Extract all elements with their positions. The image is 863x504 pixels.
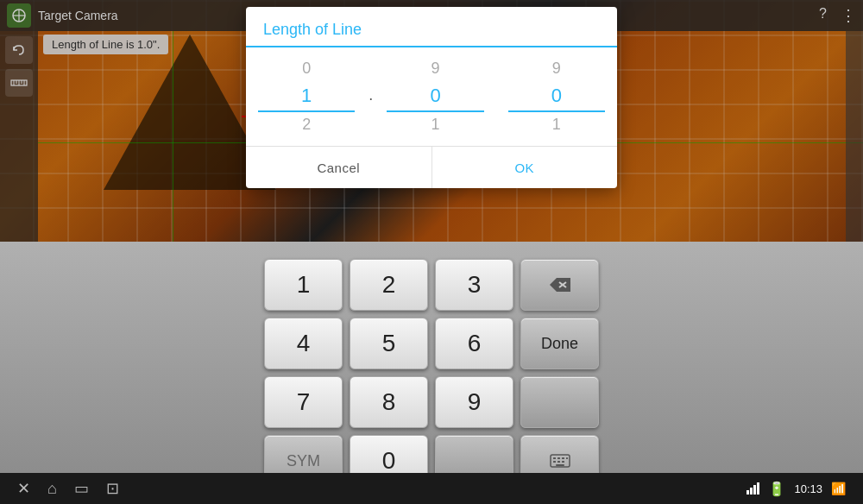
svg-rect-17 [553,461,556,463]
key-8[interactable]: 8 [350,376,428,428]
battery-icon: 🔋 [768,481,785,497]
keyboard-area: 123456Done789SYM0 [0,242,863,504]
key-empty-11 [520,376,599,428]
signal-strength [746,482,759,495]
picker-col-3: 9 0 1 [496,53,617,141]
cancel-button[interactable]: Cancel [246,147,432,188]
picker-col2-value[interactable]: 0 [387,81,483,112]
key-Done[interactable]: Done [520,318,599,369]
dialog-buttons: Cancel OK [246,147,617,188]
key-4[interactable]: 4 [264,318,343,369]
signal-bar-1 [746,490,749,495]
svg-rect-18 [557,461,560,463]
picker-col2-below[interactable]: 1 [375,112,495,137]
picker-col3-above[interactable]: 9 [496,56,617,81]
dialog-overlay: Length of Line 0 1 2 . 9 0 1 9 0 1 Cance… [0,0,863,242]
key-6[interactable]: 6 [435,318,513,369]
number-picker-row: 0 1 2 . 9 0 1 9 0 1 [246,47,617,146]
nav-right: 🔋 10:13 📶 [746,481,846,497]
key-3[interactable]: 3 [435,259,513,311]
length-of-line-dialog: Length of Line 0 1 2 . 9 0 1 9 0 1 Cance… [246,7,617,188]
key-5[interactable]: 5 [350,318,428,369]
picker-col1-below[interactable]: 2 [246,112,367,137]
picker-col2-above[interactable]: 9 [375,56,495,81]
svg-marker-9 [550,278,570,292]
svg-rect-19 [562,461,564,463]
key-7[interactable]: 7 [264,376,343,428]
key-1[interactable]: 1 [264,259,343,311]
key-⌫[interactable] [520,259,599,311]
time-display: 10:13 [794,482,822,495]
back-icon[interactable]: ✕ [17,479,30,498]
bottom-nav: ✕ ⌂ ▭ ⊡ 🔋 10:13 📶 [0,473,863,504]
screenshot-icon[interactable]: ⊡ [106,479,119,498]
svg-rect-20 [556,464,564,466]
picker-col3-value[interactable]: 0 [508,81,605,112]
picker-col-1: 0 1 2 [246,53,367,141]
key-9[interactable]: 9 [435,376,513,428]
recents-icon[interactable]: ▭ [74,479,89,498]
picker-col3-below[interactable]: 1 [496,112,617,137]
decimal-separator: . [367,86,375,104]
picker-col1-value[interactable]: 1 [258,81,355,112]
signal-bar-4 [757,482,759,495]
svg-rect-15 [562,457,564,459]
picker-col-2: 9 0 1 [375,53,495,141]
ok-button[interactable]: OK [432,147,618,188]
signal-bar-2 [750,488,753,495]
svg-rect-16 [566,457,568,459]
nav-left: ✕ ⌂ ▭ ⊡ [17,479,119,498]
wifi-icon: 📶 [831,482,846,495]
numpad: 123456Done789SYM0 [250,245,613,501]
svg-rect-13 [553,457,556,459]
signal-bar-3 [753,485,756,495]
key-2[interactable]: 2 [350,259,428,311]
dialog-title: Length of Line [246,7,617,47]
picker-col1-above[interactable]: 0 [246,56,367,81]
home-icon[interactable]: ⌂ [47,480,57,498]
svg-rect-14 [557,457,560,459]
